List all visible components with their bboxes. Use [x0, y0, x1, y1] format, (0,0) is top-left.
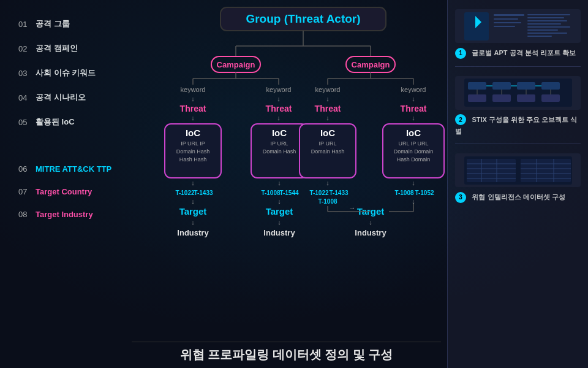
- svg-rect-6: [211, 56, 260, 72]
- svg-text:↓: ↓: [412, 179, 415, 186]
- right-panel-item-2: 2 STIX 구성을 위한 주요 오브젝트 식별: [455, 76, 581, 145]
- svg-text:T-1008: T-1008: [394, 190, 414, 196]
- sidebar-item-3: 03 사회 이슈 키워드: [18, 67, 126, 79]
- svg-text:T-1022: T-1022: [175, 190, 195, 196]
- thumbnail-1: [455, 9, 581, 43]
- rp-num-2: 2: [455, 114, 466, 125]
- svg-rect-22: [165, 124, 221, 178]
- rp-label-2: 2 STIX 구성을 위한 주요 오브젝트 식별: [455, 113, 581, 137]
- svg-text:URL  IP   URL: URL IP URL: [398, 140, 428, 147]
- svg-rect-86: [494, 22, 521, 23]
- sidebar-num-1: 01: [18, 20, 31, 29]
- main-container: 01 공격 그룹 02 공격 캠페인 03 사회 이슈 키워드 04 공격 시나…: [0, 0, 588, 368]
- svg-text:Domain Domain: Domain Domain: [394, 148, 434, 155]
- rp-text-3: 위협 인텔리전스 데이터셋 구성: [472, 193, 565, 201]
- svg-text:IoC: IoC: [272, 128, 287, 138]
- sidebar: 01 공격 그룹 02 공격 캠페인 03 사회 이슈 키워드 04 공격 시나…: [0, 0, 126, 368]
- svg-rect-8: [346, 56, 395, 72]
- svg-text:T-1008: T-1008: [261, 190, 281, 196]
- svg-text:Target: Target: [357, 206, 385, 217]
- svg-text:Domain Hash: Domain Hash: [311, 148, 345, 155]
- rp-num-1: 1: [455, 48, 466, 59]
- svg-rect-47: [383, 124, 444, 178]
- svg-text:↓: ↓: [191, 179, 195, 186]
- svg-text:Threat: Threat: [180, 104, 206, 113]
- svg-text:↓: ↓: [277, 95, 281, 102]
- svg-text:IP    URL   IP: IP URL IP: [181, 140, 205, 147]
- sidebar-label-3: 사회 이슈 키워드: [36, 67, 96, 79]
- svg-rect-105: [492, 94, 511, 102]
- svg-text:↓: ↓: [191, 197, 195, 205]
- svg-text:↓: ↓: [412, 114, 415, 121]
- svg-text:T-1008: T-1008: [318, 198, 337, 205]
- sidebar-label-2: 공격 캠페인: [36, 43, 78, 54]
- thumbnail-2: [455, 76, 581, 110]
- sidebar-num-6: 06: [18, 164, 31, 174]
- right-panel: 1 글로벌 APT 공격 분석 리포트 확보: [447, 0, 588, 368]
- svg-rect-89: [527, 17, 564, 18]
- svg-text:IoC: IoC: [320, 128, 335, 138]
- svg-text:Industry: Industry: [177, 228, 209, 237]
- sidebar-label-5: 활용된 IoC: [36, 117, 75, 128]
- connector-svg: Group (Threat Actor) Campaign Campaign k…: [126, 0, 447, 368]
- svg-text:IP      URL: IP URL: [319, 140, 337, 147]
- svg-text:↓: ↓: [191, 114, 195, 121]
- sidebar-item-6: 06 MITRE ATT&CK TTP: [18, 164, 126, 174]
- thumbnail-svg-2: [463, 77, 573, 108]
- svg-text:Group (Threat Actor): Group (Threat Actor): [246, 12, 360, 25]
- svg-text:T-1433: T-1433: [194, 190, 213, 196]
- svg-text:keyword: keyword: [181, 86, 206, 93]
- svg-text:↓: ↓: [277, 179, 281, 186]
- svg-text:Domain Hash: Domain Hash: [176, 148, 210, 155]
- svg-rect-99: [517, 82, 535, 90]
- svg-text:↓: ↓: [277, 114, 281, 121]
- svg-text:keyword: keyword: [401, 86, 426, 93]
- svg-rect-106: [517, 94, 535, 102]
- main-content: Group (Threat Actor) Campaign Campaign k…: [126, 0, 447, 368]
- svg-rect-92: [527, 26, 570, 28]
- svg-text:Threat: Threat: [315, 104, 341, 113]
- sidebar-label-8: Target Industry: [36, 210, 93, 219]
- divider: [132, 342, 441, 342]
- svg-text:IoC: IoC: [406, 128, 421, 138]
- sidebar-item-2: 02 공격 캠페인: [18, 43, 126, 54]
- sidebar-item-7: 07 Target Country: [18, 187, 126, 196]
- sidebar-label-1: 공격 그룹: [36, 18, 70, 29]
- svg-rect-104: [468, 94, 486, 102]
- svg-text:↓: ↓: [326, 114, 330, 121]
- svg-rect-0: [221, 7, 386, 31]
- sidebar-num-8: 08: [18, 210, 31, 219]
- sidebar-item-1: 01 공격 그룹: [18, 18, 126, 29]
- svg-text:T-1544: T-1544: [279, 190, 299, 196]
- rp-text-1: 글로벌 APT 공격 분석 리포트 확보: [472, 49, 575, 56]
- svg-rect-91: [527, 23, 561, 25]
- svg-rect-87: [494, 26, 515, 27]
- svg-text:Hash    Hash: Hash Hash: [179, 156, 207, 163]
- svg-text:↓: ↓: [412, 197, 415, 205]
- svg-text:↓: ↓: [191, 218, 195, 226]
- svg-text:↓: ↓: [412, 95, 415, 102]
- svg-rect-93: [527, 29, 558, 31]
- svg-text:T-1052: T-1052: [415, 190, 434, 196]
- svg-text:Threat: Threat: [401, 104, 427, 113]
- svg-text:↓: ↓: [326, 179, 330, 186]
- right-panel-item-3: 3 위협 인텔리전스 데이터셋 구성: [455, 153, 581, 210]
- sidebar-label-7: Target Country: [36, 187, 92, 196]
- svg-text:Campaign: Campaign: [352, 60, 390, 69]
- svg-text:keyword: keyword: [315, 86, 341, 93]
- svg-text:Industry: Industry: [263, 228, 295, 237]
- svg-rect-95: [527, 36, 552, 37]
- svg-text:↓: ↓: [326, 95, 330, 102]
- rp-label-1: 1 글로벌 APT 공격 분석 리포트 확보: [455, 47, 581, 59]
- svg-rect-85: [494, 18, 518, 20]
- svg-text:keyword: keyword: [266, 86, 292, 93]
- svg-rect-98: [492, 82, 511, 90]
- bottom-title: 위협 프로파일링 데이터셋 정의 및 구성: [180, 348, 393, 361]
- rp-num-3: 3: [455, 192, 466, 203]
- svg-text:Campaign: Campaign: [217, 60, 255, 69]
- svg-rect-27: [251, 124, 307, 178]
- right-panel-item-1: 1 글로벌 APT 공격 분석 리포트 확보: [455, 9, 581, 67]
- svg-rect-43: [300, 124, 356, 178]
- thumbnail-svg-1: [463, 11, 573, 42]
- thumbnail-3: [455, 153, 581, 187]
